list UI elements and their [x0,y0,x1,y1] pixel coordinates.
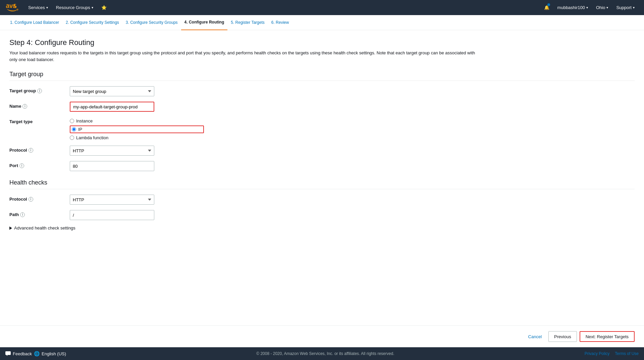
protocol-select[interactable]: HTTP HTTPS [70,146,154,156]
page-title: Step 4: Configure Routing [9,38,635,47]
name-row: Name i [9,102,635,112]
target-group-select-wrap: New target group [70,86,204,96]
breadcrumb-navigation: 1. Configure Load Balancer 2. Configure … [0,15,644,30]
username-label: mubbashir100 [557,5,585,10]
name-info-icon[interactable]: i [22,104,27,109]
feedback-section[interactable]: Feedback 🌐 English (US) [5,351,66,356]
protocol-row: Protocol i HTTP HTTPS [9,146,635,156]
user-menu[interactable]: mubbashir100 ▾ [553,0,592,15]
breadcrumb-step-6[interactable]: 6. Review [268,15,292,30]
health-protocol-info-icon[interactable]: i [29,197,33,202]
target-type-row: Target type Instance IP Lambda function [9,117,635,140]
advanced-health-label: Advanced health check settings [14,225,75,230]
protocol-select-wrap: HTTP HTTPS [70,146,204,156]
path-row: Path i [9,210,635,220]
breadcrumb-step-4[interactable]: 4. Configure Routing [181,15,228,30]
target-group-info-icon[interactable]: i [37,89,42,93]
path-input[interactable] [70,210,154,220]
services-chevron-icon: ▾ [46,6,48,9]
radio-group: Instance IP Lambda function [70,117,204,140]
port-input-wrap [70,161,204,171]
svg-marker-1 [6,355,7,356]
main-content: Step 4: Configure Routing Your load bala… [0,30,644,325]
privacy-policy-link[interactable]: Privacy Policy [585,351,610,356]
bottom-bar: Feedback 🌐 English (US) © 2008 - 2020, A… [0,347,644,360]
breadcrumb-step-5[interactable]: 5. Register Targets [227,15,268,30]
speech-bubble-icon [5,351,11,356]
target-type-radios: Instance IP Lambda function [70,117,204,140]
breadcrumb-step-3[interactable]: 3. Configure Security Groups [122,15,181,30]
region-menu[interactable]: Ohio ▾ [592,0,612,15]
port-label: Port i [9,161,70,168]
radio-ip[interactable]: IP [70,125,204,133]
target-group-label: Target group i [9,86,70,93]
target-group-section-title: Target group [9,71,635,81]
resource-groups-chevron-icon: ▾ [92,6,93,9]
radio-lambda-input[interactable] [70,136,74,140]
target-group-select[interactable]: New target group [70,86,154,96]
notification-dot [547,3,550,6]
support-menu[interactable]: Support ▾ [612,0,639,15]
page-description: Your load balancer routes requests to th… [9,50,479,63]
triangle-expand-icon [9,226,12,230]
resource-groups-menu[interactable]: Resource Groups ▾ [52,0,97,15]
cancel-button[interactable]: Cancel [524,332,546,341]
target-group-section: Target group Target group i New target g… [9,71,635,171]
health-checks-section: Health checks Protocol i HTTP HTTPS Path… [9,179,635,230]
health-protocol-select-wrap: HTTP HTTPS [70,195,204,205]
breadcrumb-step-2[interactable]: 2. Configure Security Settings [62,15,122,30]
terms-of-use-link[interactable]: Terms of Use [615,351,639,356]
path-input-wrap [70,210,204,220]
services-label: Services [28,5,45,10]
user-chevron-icon: ▾ [586,6,588,9]
region-chevron-icon: ▾ [606,6,608,9]
notifications-bell[interactable]: 🔔 [540,0,553,15]
radio-lambda[interactable]: Lambda function [70,135,204,140]
support-label: Support [616,5,632,10]
protocol-info-icon[interactable]: i [29,148,33,153]
target-group-row: Target group i New target group [9,86,635,96]
services-menu[interactable]: Services ▾ [24,0,52,15]
path-info-icon[interactable]: i [20,212,25,217]
previous-button[interactable]: Previous [548,331,577,342]
path-label: Path i [9,210,70,217]
radio-instance-input[interactable] [70,119,74,123]
health-protocol-row: Protocol i HTTP HTTPS [9,195,635,205]
name-label: Name i [9,102,70,109]
health-protocol-select[interactable]: HTTP HTTPS [70,195,154,205]
aws-logo[interactable] [5,3,19,12]
health-checks-section-title: Health checks [9,179,635,189]
region-label: Ohio [596,5,605,10]
top-navigation: Services ▾ Resource Groups ▾ ⭐ 🔔 mubbash… [0,0,644,15]
globe-icon: 🌐 [34,351,40,356]
feedback-label: Feedback [13,351,32,356]
advanced-health-toggle[interactable]: Advanced health check settings [9,225,635,230]
name-input[interactable] [70,102,154,112]
radio-ip-input[interactable] [72,127,76,132]
footer-actions: Cancel Previous Next: Register Targets [0,325,644,347]
next-register-targets-button[interactable]: Next: Register Targets [580,331,635,342]
resource-groups-label: Resource Groups [56,5,90,10]
starred-icon[interactable]: ⭐ [97,0,111,15]
language-label: English (US) [42,351,66,356]
svg-rect-0 [5,351,11,355]
support-chevron-icon: ▾ [633,6,635,9]
target-type-label: Target type [9,117,70,124]
protocol-label: Protocol i [9,146,70,153]
port-row: Port i [9,161,635,171]
port-info-icon[interactable]: i [19,163,24,168]
copyright-text: © 2008 - 2020, Amazon Web Services, Inc.… [66,351,585,356]
port-input[interactable] [70,161,154,171]
bottom-links: Privacy Policy Terms of Use [585,351,639,356]
radio-instance[interactable]: Instance [70,118,204,123]
breadcrumb-step-1[interactable]: 1. Configure Load Balancer [7,15,62,30]
health-protocol-label: Protocol i [9,195,70,202]
name-input-wrap [70,102,204,112]
